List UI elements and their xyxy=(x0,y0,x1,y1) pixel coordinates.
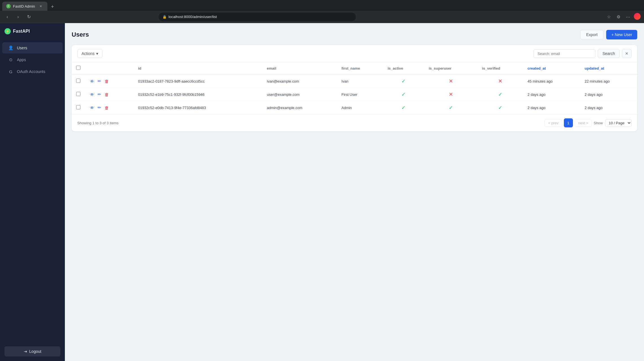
row-checkbox[interactable] xyxy=(76,92,80,96)
new-user-button[interactable]: + New User xyxy=(606,30,637,39)
back-button[interactable]: ‹ xyxy=(3,13,11,21)
per-page-select[interactable]: 10 / Page 25 / Page 50 / Page xyxy=(605,119,632,127)
col-is-superuser: is_superuser xyxy=(424,62,478,74)
table-footer: Showing 1 to 3 of 3 items < prev 1 next … xyxy=(72,114,637,131)
table-row: 👁 ✏ 🗑 01932c52-e1b9-75c1-932f-9fcf00b159… xyxy=(72,88,637,101)
row-checkbox[interactable] xyxy=(76,79,80,83)
cell-is_active: ✓ xyxy=(383,88,424,101)
table-row: 👁 ✏ 🗑 01932c52-e0db-7413-9f4e-77336afd84… xyxy=(72,101,637,114)
show-per-page: Show 10 / Page 25 / Page 50 / Page xyxy=(594,119,632,127)
edit-button[interactable]: ✏ xyxy=(97,105,102,111)
active-tab[interactable]: F FastID Admin ✕ xyxy=(2,2,47,11)
cell-is_verified: ✓ xyxy=(478,101,523,114)
cell-created-at: 2 days ago xyxy=(523,101,580,114)
cell-email: ivan@example.com xyxy=(262,74,337,88)
show-label: Show xyxy=(594,121,603,125)
table-toolbar: Actions ▾ Search ✕ xyxy=(72,45,637,62)
lock-icon: 🔒 xyxy=(162,15,167,19)
extension-icon[interactable]: ⚙ xyxy=(615,13,623,21)
search-area: Search ✕ xyxy=(533,49,632,58)
view-button[interactable]: 👁 xyxy=(89,105,95,111)
bookmark-icon[interactable]: ☆ xyxy=(605,13,613,21)
sidebar-label-apps: Apps xyxy=(17,57,26,62)
delete-button[interactable]: 🗑 xyxy=(104,78,109,84)
cell-is_superuser: ✕ xyxy=(424,88,478,101)
forward-button[interactable]: › xyxy=(14,13,22,21)
cell-is_verified: ✓ xyxy=(478,88,523,101)
cell-created-at: 45 minutes ago xyxy=(523,74,580,88)
url-text: localhost:8000/admin/user/list xyxy=(168,15,217,19)
sidebar-logo: ⚡ FastAPI xyxy=(0,23,65,39)
logout-label: Logout xyxy=(29,349,41,354)
users-table: id email first_name is_active is_superus… xyxy=(72,62,637,114)
sidebar-item-oauth[interactable]: G OAuth Accounts xyxy=(2,66,63,77)
tab-bar: F FastID Admin ✕ + xyxy=(0,0,644,11)
address-bar: ‹ › ↻ 🔒 localhost:8000/admin/user/list ☆… xyxy=(0,11,644,23)
search-input[interactable] xyxy=(533,49,595,58)
page-number-1[interactable]: 1 xyxy=(564,118,573,127)
row-checkbox[interactable] xyxy=(76,105,80,109)
apps-icon: ⊙ xyxy=(8,57,14,63)
cell-is_superuser: ✓ xyxy=(424,101,478,114)
actions-button[interactable]: Actions ▾ xyxy=(77,49,102,58)
view-button[interactable]: 👁 xyxy=(89,92,95,98)
cell-updated-at: 22 minutes ago xyxy=(580,74,637,88)
delete-button[interactable]: 🗑 xyxy=(104,105,109,111)
cell-is_superuser: ✕ xyxy=(424,74,478,88)
logout-icon: ⇥ xyxy=(24,349,27,354)
col-updated-at[interactable]: updated_at xyxy=(580,62,637,74)
sidebar-label-oauth: OAuth Accounts xyxy=(17,69,45,74)
search-button[interactable]: Search xyxy=(598,49,620,58)
col-id: id xyxy=(133,62,262,74)
menu-icon[interactable]: ⋯ xyxy=(624,13,632,21)
tab-title: FastID Admin xyxy=(13,4,35,8)
cell-created-at: 2 days ago xyxy=(523,88,580,101)
sidebar: ⚡ FastAPI 👤 Users ⊙ Apps G OAuth Account… xyxy=(0,23,65,361)
edit-button[interactable]: ✏ xyxy=(97,78,102,84)
cell-id: 01933ac2-0187-7823-9dff-aaecc6ccd5cc xyxy=(133,74,262,88)
view-button[interactable]: 👁 xyxy=(89,78,95,84)
oauth-icon: G xyxy=(8,69,14,74)
cell-is_active: ✓ xyxy=(383,101,424,114)
clear-search-button[interactable]: ✕ xyxy=(622,49,632,58)
logout-button[interactable]: ⇥ Logout xyxy=(5,346,60,356)
table-container: Actions ▾ Search ✕ xyxy=(72,45,637,131)
cell-id: 01932c52-e0db-7413-9f4e-77336afd8483 xyxy=(133,101,262,114)
cell-first-name: Admin xyxy=(337,101,383,114)
cell-first-name: Ivan xyxy=(337,74,383,88)
delete-button[interactable]: 🗑 xyxy=(104,92,109,98)
cell-is_active: ✓ xyxy=(383,74,424,88)
main-content: Users Export + New User Actions ▾ Search xyxy=(65,23,644,361)
col-email: email xyxy=(262,62,337,74)
profile-avatar[interactable] xyxy=(634,13,641,20)
export-button[interactable]: Export xyxy=(580,30,603,39)
cell-is_verified: ✕ xyxy=(478,74,523,88)
tab-close-button[interactable]: ✕ xyxy=(38,4,43,8)
sidebar-label-users: Users xyxy=(17,46,27,50)
cell-first-name: First User xyxy=(337,88,383,101)
sidebar-item-users[interactable]: 👤 Users xyxy=(2,42,63,54)
cell-email: admin@example.com xyxy=(262,101,337,114)
sidebar-item-apps[interactable]: ⊙ Apps xyxy=(2,54,63,65)
tab-favicon: F xyxy=(6,4,11,8)
col-created-at[interactable]: created_at xyxy=(523,62,580,74)
cell-id: 01932c52-e1b9-75c1-932f-9fcf00b15946 xyxy=(133,88,262,101)
url-bar[interactable]: 🔒 localhost:8000/admin/user/list xyxy=(159,13,356,21)
next-page-button[interactable]: next > xyxy=(575,119,592,127)
sidebar-nav: 👤 Users ⊙ Apps G OAuth Accounts xyxy=(0,39,65,344)
edit-button[interactable]: ✏ xyxy=(97,91,102,98)
cell-updated-at: 2 days ago xyxy=(580,88,637,101)
reload-button[interactable]: ↻ xyxy=(25,13,33,21)
select-all-checkbox[interactable] xyxy=(76,66,80,70)
cell-email: user@example.com xyxy=(262,88,337,101)
new-tab-button[interactable]: + xyxy=(49,3,56,11)
table-row: 👁 ✏ 🗑 01933ac2-0187-7823-9dff-aaecc6ccd5… xyxy=(72,74,637,88)
col-is-verified: is_verified xyxy=(478,62,523,74)
actions-label: Actions xyxy=(82,51,94,56)
pagination: < prev 1 next > Show 10 / Page 25 / Page… xyxy=(544,118,632,127)
header-actions: Export + New User xyxy=(580,30,637,39)
cell-updated-at: 2 days ago xyxy=(580,101,637,114)
browser-toolbar: ☆ ⚙ ⋯ xyxy=(605,13,641,21)
logo-icon: ⚡ xyxy=(5,28,11,34)
prev-page-button[interactable]: < prev xyxy=(544,119,562,127)
